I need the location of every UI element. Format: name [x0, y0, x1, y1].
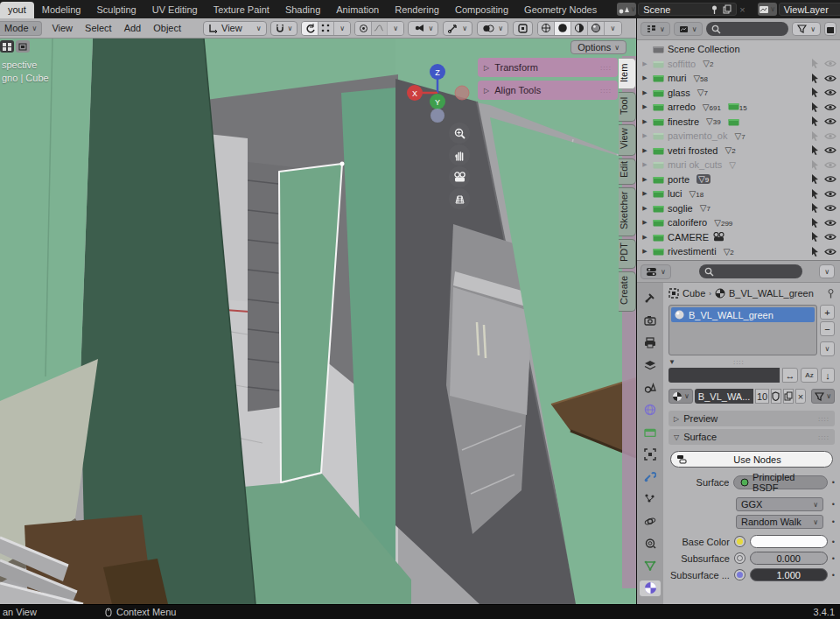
use-nodes-button[interactable]: Use Nodes: [670, 451, 833, 468]
cursor-select-icon[interactable]: [810, 74, 819, 83]
properties-tab-modifiers[interactable]: [640, 468, 661, 484]
sidebar-tab-view[interactable]: View: [619, 124, 636, 156]
scene-name-field[interactable]: Scene: [638, 3, 737, 16]
snap-dropdown[interactable]: ∨: [270, 21, 298, 36]
users-count-button[interactable]: 10: [755, 389, 768, 404]
workspace-tab-sculpting[interactable]: Sculpting: [88, 2, 144, 18]
expand-icon[interactable]: ▶: [640, 132, 649, 139]
expand-icon[interactable]: ▶: [640, 103, 649, 110]
properties-search-input[interactable]: [699, 264, 802, 278]
scene-icon[interactable]: ∨: [617, 3, 636, 16]
shading-material-icon[interactable]: [571, 22, 588, 35]
mode-dropdown[interactable]: Mode∨: [0, 21, 42, 36]
panel-transform[interactable]: ▷Transform ::::: [478, 58, 618, 77]
properties-tab-particles[interactable]: [640, 491, 661, 507]
cursor-select-icon[interactable]: [810, 189, 819, 199]
outliner-row-calorifero[interactable]: ▶ calorifero ▽299: [640, 215, 838, 230]
viewport-corner-icon[interactable]: [16, 40, 30, 53]
pin-icon[interactable]: [827, 289, 835, 299]
proportional-chevron[interactable]: ∨: [388, 22, 403, 35]
cursor-select-icon[interactable]: [810, 203, 819, 213]
animate-dot[interactable]: •: [832, 478, 835, 487]
eye-icon[interactable]: [824, 146, 836, 154]
workspace-tab-yout[interactable]: yout: [0, 2, 34, 18]
gizmos-dropdown[interactable]: ∨: [443, 21, 472, 36]
grid-view-button[interactable]: [449, 188, 470, 209]
expand-icon[interactable]: ▶: [640, 219, 649, 226]
animate-dot[interactable]: •: [832, 517, 835, 526]
outliner-row-arredo[interactable]: ▶ arredo ▽691 15: [640, 100, 838, 115]
outliner-search-input[interactable]: [706, 22, 788, 36]
overlays-dropdown[interactable]: ∨: [477, 21, 508, 36]
workspace-tab-modeling[interactable]: Modeling: [34, 2, 89, 18]
swap-arrows-icon[interactable]: ↔: [782, 368, 798, 383]
outliner-row-soffitto[interactable]: ▶ soffitto ▽2: [640, 57, 838, 72]
outliner-row-glass[interactable]: ▶ glass ▽7: [640, 86, 838, 101]
eye-icon[interactable]: [824, 161, 836, 169]
breadcrumb-material[interactable]: B_VL_WALL_green: [729, 288, 814, 299]
animate-dot[interactable]: •: [832, 554, 835, 563]
snap-toggle-icon[interactable]: [302, 22, 318, 35]
properties-tab-object-data[interactable]: [640, 558, 661, 573]
workspace-tab-shading[interactable]: Shading: [277, 2, 328, 18]
xray-toggle[interactable]: [513, 21, 533, 36]
pin-icon[interactable]: [710, 5, 718, 14]
viewlayer-name-field[interactable]: ViewLayer: [779, 3, 840, 16]
outliner-row-luci[interactable]: ▶ luci ▽18: [640, 186, 838, 201]
expand-icon[interactable]: ▶: [640, 190, 649, 197]
eye-icon[interactable]: [824, 175, 836, 183]
shading-solid-icon[interactable]: [555, 22, 571, 35]
properties-tab-physics[interactable]: [640, 513, 661, 529]
menu-object[interactable]: Object: [147, 23, 187, 33]
workspace-tab-compositing[interactable]: Compositing: [447, 2, 516, 18]
falloff-curve-icon[interactable]: [372, 22, 388, 35]
expand-icon[interactable]: ▶: [640, 205, 649, 212]
outliner-row-scene-collection[interactable]: Scene Collection: [640, 42, 838, 57]
eye-icon[interactable]: [824, 132, 836, 140]
fake-user-shield-icon[interactable]: [771, 389, 781, 404]
expand-icon[interactable]: ▶: [640, 176, 649, 183]
properties-tab-output[interactable]: [640, 334, 661, 350]
subsurface-slider[interactable]: 0.000: [750, 552, 828, 565]
shading-chevron[interactable]: ∨: [605, 22, 621, 35]
workspace-tab-geometry-nodes[interactable]: Geometry Nodes: [516, 2, 605, 18]
eye-icon[interactable]: [824, 103, 836, 111]
eye-icon[interactable]: [824, 204, 836, 212]
surface-shader-button[interactable]: Principled BSDF: [733, 475, 827, 489]
outliner-row-pavimento-ok[interactable]: ▶ pavimento_ok ▽7: [640, 129, 838, 144]
camera-view-button[interactable]: [449, 166, 470, 187]
viewport-3d[interactable]: spective gno | Cube Options∨ ▷Transform …: [0, 39, 636, 604]
slot-specials-button[interactable]: ∨: [820, 341, 835, 356]
eye-icon[interactable]: [824, 219, 836, 227]
outliner-editor-dropdown[interactable]: ∨: [640, 22, 670, 36]
properties-tab-scene[interactable]: [640, 379, 661, 395]
cursor-select-icon[interactable]: [810, 160, 819, 170]
outliner-row-soglie[interactable]: ▶ soglie ▽7: [640, 201, 838, 216]
expand-icon[interactable]: ▶: [640, 234, 649, 241]
base-color-swatch[interactable]: [750, 535, 828, 548]
expand-icon[interactable]: ▶: [640, 89, 649, 96]
eye-icon[interactable]: [824, 88, 836, 96]
pan-hand-button[interactable]: [449, 144, 470, 165]
sidebar-tab-sketcher[interactable]: Sketcher: [619, 187, 636, 236]
properties-tab-world[interactable]: [640, 402, 661, 418]
pivot-chevron[interactable]: ∨: [334, 22, 350, 35]
outliner-row-CAMERE[interactable]: ▶ CAMERE: [640, 230, 838, 245]
workspace-tab-rendering[interactable]: Rendering: [387, 2, 447, 18]
eye-icon[interactable]: [824, 248, 836, 256]
material-filter-dropdown[interactable]: ∨: [811, 389, 835, 404]
proportional-edit-icon[interactable]: [355, 22, 371, 35]
orientation-dropdown[interactable]: View∨: [203, 21, 267, 36]
eye-icon[interactable]: [824, 74, 836, 82]
expand-icon[interactable]: ▶: [640, 248, 649, 255]
menu-view[interactable]: View: [46, 23, 79, 33]
navigation-gizmo[interactable]: Z X Y: [396, 58, 480, 131]
outliner-row-muri[interactable]: ▶ muri ▽58: [640, 71, 838, 86]
cursor-select-icon[interactable]: [810, 116, 819, 126]
sidebar-tab-edit[interactable]: Edit: [619, 158, 636, 185]
subsurface-method-dropdown[interactable]: Random Walk∨: [736, 515, 823, 529]
panel-preview[interactable]: ▷Preview ::::: [668, 411, 835, 426]
expand-icon[interactable]: ▶: [640, 118, 649, 125]
outliner-row-rivestimenti[interactable]: ▶ rivestimenti ▽2: [640, 244, 838, 259]
cursor-select-icon[interactable]: [810, 131, 819, 141]
